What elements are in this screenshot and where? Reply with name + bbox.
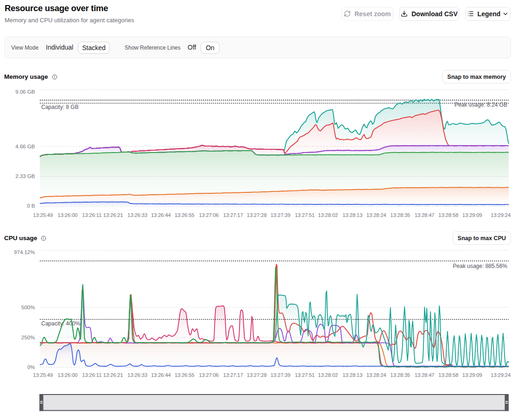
svg-text:0 B: 0 B [27,203,35,209]
svg-text:13:26:33: 13:26:33 [127,372,147,378]
svg-text:13:28:47: 13:28:47 [415,372,435,378]
svg-text:13:28:13: 13:28:13 [342,212,362,218]
svg-text:9.06 GB: 9.06 GB [15,89,35,95]
svg-text:13:27:17: 13:27:17 [223,212,243,218]
svg-text:0%: 0% [27,364,35,370]
svg-text:13:29:09: 13:29:09 [462,372,482,378]
svg-text:13:28:02: 13:28:02 [318,212,338,218]
svg-text:13:28:02: 13:28:02 [318,372,338,378]
svg-text:13:27:39: 13:27:39 [271,212,290,218]
svg-text:13:29:24: 13:29:24 [491,372,511,378]
svg-text:13:26:21: 13:26:21 [103,212,123,218]
svg-text:13:27:51: 13:27:51 [295,212,315,218]
svg-text:2.33 GB: 2.33 GB [15,173,35,179]
svg-text:13:27:28: 13:27:28 [247,372,267,378]
svg-text:13:26:00: 13:26:00 [58,212,78,218]
svg-text:500%: 500% [21,305,35,310]
svg-text:13:27:06: 13:27:06 [199,212,219,218]
svg-text:Capacity: 8 GB: Capacity: 8 GB [41,104,79,110]
svg-text:13:27:39: 13:27:39 [271,372,290,378]
svg-text:Capacity: 400%: Capacity: 400% [41,320,80,327]
svg-text:13:26:21: 13:26:21 [103,372,123,378]
svg-text:13:27:17: 13:27:17 [223,372,243,378]
svg-text:13:26:11: 13:26:11 [82,372,101,378]
svg-text:13:26:44: 13:26:44 [151,372,171,378]
svg-text:13:27:28: 13:27:28 [247,212,267,218]
svg-text:13:25:49: 13:25:49 [33,212,53,218]
svg-text:4.66 GB: 4.66 GB [15,144,35,149]
svg-text:250%: 250% [21,335,35,340]
svg-text:13:26:11: 13:26:11 [82,212,101,218]
svg-text:13:25:49: 13:25:49 [33,372,53,378]
svg-text:Peak usage: 8.24 GB: Peak usage: 8.24 GB [454,102,507,108]
svg-text:13:26:00: 13:26:00 [58,372,78,378]
svg-text:13:28:24: 13:28:24 [366,372,386,378]
svg-text:13:27:51: 13:27:51 [295,372,315,378]
svg-text:13:28:13: 13:28:13 [342,372,362,378]
svg-text:13:26:55: 13:26:55 [175,372,195,378]
svg-text:13:26:33: 13:26:33 [127,212,147,218]
svg-text:13:29:09: 13:29:09 [462,212,482,218]
svg-text:13:26:44: 13:26:44 [151,212,171,218]
svg-text:974.12%: 974.12% [14,249,35,255]
svg-text:13:28:58: 13:28:58 [439,212,459,218]
svg-text:13:28:24: 13:28:24 [366,212,386,218]
svg-text:13:28:58: 13:28:58 [439,372,459,378]
svg-text:13:28:47: 13:28:47 [415,212,435,218]
svg-text:Peak usage: 885.56%: Peak usage: 885.56% [453,263,508,269]
svg-text:13:28:35: 13:28:35 [391,212,410,218]
svg-text:13:26:55: 13:26:55 [175,212,195,218]
svg-text:13:29:24: 13:29:24 [491,212,511,218]
svg-text:13:28:35: 13:28:35 [391,372,410,378]
svg-text:13:27:06: 13:27:06 [199,372,219,378]
